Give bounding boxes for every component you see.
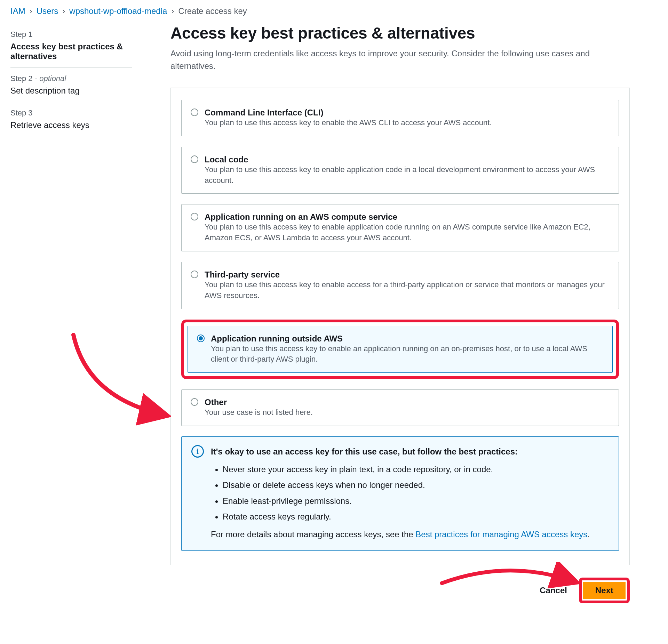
step-title: Access key best practices & alternatives xyxy=(10,42,132,61)
next-button[interactable]: Next xyxy=(583,582,626,599)
page-description: Avoid using long-term credentials like a… xyxy=(170,47,609,72)
chevron-right-icon: › xyxy=(62,6,65,16)
option-title: Other xyxy=(205,397,227,407)
radio-icon xyxy=(191,271,198,278)
info-bullet: Never store your access key in plain tex… xyxy=(223,461,609,477)
radio-icon xyxy=(191,213,198,220)
step-title: Retrieve access keys xyxy=(10,120,132,130)
option-outside-aws[interactable]: Application running outside AWS You plan… xyxy=(188,326,613,373)
radio-icon xyxy=(191,108,198,116)
info-more: For more details about managing access k… xyxy=(211,528,609,541)
option-local-code[interactable]: Local code You plan to use this access k… xyxy=(181,147,619,194)
wizard-steps-sidebar: Step 1 Access key best practices & alter… xyxy=(10,24,132,603)
step-title: Set description tag xyxy=(10,86,132,96)
option-desc: You plan to use this access key to enabl… xyxy=(205,280,605,300)
option-title: Local code xyxy=(205,155,248,164)
option-title: Third-party service xyxy=(205,270,280,279)
option-desc: Your use case is not listed here. xyxy=(205,408,313,417)
options-panel: Command Line Interface (CLI) You plan to… xyxy=(170,88,630,565)
option-other[interactable]: Other Your use case is not listed here. xyxy=(181,389,619,426)
info-link-best-practices[interactable]: Best practices for managing AWS access k… xyxy=(415,530,587,539)
option-desc: You plan to use this access key to enabl… xyxy=(211,344,587,364)
info-title: It's okay to use an access key for this … xyxy=(211,445,609,458)
option-third-party[interactable]: Third-party service You plan to use this… xyxy=(181,262,619,309)
chevron-right-icon: › xyxy=(171,6,174,16)
option-cli[interactable]: Command Line Interface (CLI) You plan to… xyxy=(181,100,619,136)
breadcrumb-link-users[interactable]: Users xyxy=(37,6,58,16)
main-content: Access key best practices & alternatives… xyxy=(170,24,630,603)
step-label: Step 1 xyxy=(10,30,132,39)
option-title: Command Line Interface (CLI) xyxy=(205,108,323,117)
chevron-right-icon: › xyxy=(30,6,32,16)
page-title: Access key best practices & alternatives xyxy=(170,24,630,42)
option-title: Application running outside AWS xyxy=(211,334,343,343)
option-title: Application running on an AWS compute se… xyxy=(205,212,397,222)
annotation-highlight-next: Next xyxy=(579,578,630,603)
wizard-step-2[interactable]: Step 2 - optional Set description tag xyxy=(10,68,132,102)
option-desc: You plan to use this access key to enabl… xyxy=(205,223,590,242)
info-icon: i xyxy=(191,445,204,458)
wizard-step-3[interactable]: Step 3 Retrieve access keys xyxy=(10,102,132,136)
option-desc: You plan to use this access key to enabl… xyxy=(205,118,492,127)
info-bullet: Enable least-privilege permissions. xyxy=(223,493,609,509)
option-aws-compute[interactable]: Application running on an AWS compute se… xyxy=(181,204,619,251)
option-desc: You plan to use this access key to enabl… xyxy=(205,165,595,185)
radio-icon xyxy=(191,398,198,406)
info-bullet: Rotate access keys regularly. xyxy=(223,509,609,524)
annotation-highlight-option: Application running outside AWS You plan… xyxy=(181,320,619,379)
step-label: Step 2 - optional xyxy=(10,74,132,83)
wizard-step-1[interactable]: Step 1 Access key best practices & alter… xyxy=(10,24,132,68)
radio-icon xyxy=(197,335,205,342)
breadcrumb-link-user[interactable]: wpshout-wp-offload-media xyxy=(69,6,167,16)
info-box: i It's okay to use an access key for thi… xyxy=(181,436,619,551)
info-bullets: Never store your access key in plain tex… xyxy=(211,461,609,524)
radio-icon xyxy=(191,155,198,163)
info-bullet: Disable or delete access keys when no lo… xyxy=(223,477,609,493)
breadcrumb: IAM › Users › wpshout-wp-offload-media ›… xyxy=(10,0,658,24)
step-label: Step 3 xyxy=(10,108,132,118)
breadcrumb-link-iam[interactable]: IAM xyxy=(10,6,25,16)
breadcrumb-current: Create access key xyxy=(178,6,247,16)
actions-bar: Cancel Next xyxy=(170,578,630,603)
cancel-button[interactable]: Cancel xyxy=(535,582,571,599)
